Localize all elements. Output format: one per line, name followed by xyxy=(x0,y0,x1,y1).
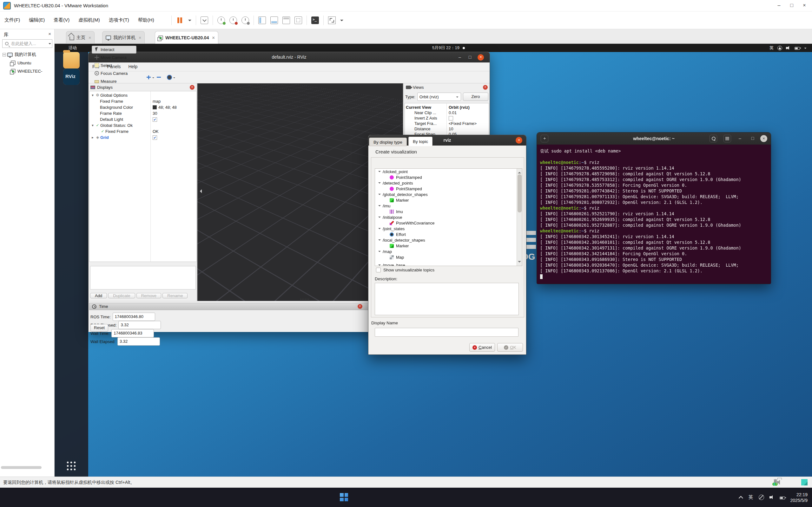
library-search-input[interactable]: 在此处键入... xyxy=(2,39,52,48)
vertical-scrollbar[interactable] xyxy=(517,169,522,266)
close-button[interactable]: × xyxy=(477,54,484,61)
show-thumbnails-icon[interactable] xyxy=(270,16,278,24)
topic-row[interactable]: /detected_points xyxy=(375,180,522,186)
topic-row[interactable]: /global_detector_shapes xyxy=(375,191,522,197)
topic-row[interactable]: /imu xyxy=(375,203,522,209)
fullscreen-icon[interactable] xyxy=(295,16,302,24)
topic-row[interactable]: /joint_states xyxy=(375,226,522,231)
revert-snapshot-icon[interactable] xyxy=(230,16,237,24)
expander-icon[interactable] xyxy=(378,205,381,208)
expander-icon[interactable] xyxy=(378,171,381,173)
taskbar-clock[interactable]: 22:19 2025/5/9 xyxy=(791,492,808,503)
vm-tree-item[interactable]: WHEELTEC- xyxy=(0,67,54,75)
menu-item[interactable]: 编辑(E) xyxy=(24,11,49,29)
time-field-input[interactable]: 1746800346.80 xyxy=(113,313,155,321)
menu-item[interactable]: 虚拟机(M) xyxy=(74,11,104,29)
tool-button[interactable]: Move Camera xyxy=(92,54,137,61)
tab-close-icon[interactable]: × xyxy=(89,35,91,40)
time-field-input[interactable]: 3.32 xyxy=(118,321,161,329)
display-action-button[interactable]: Duplicate xyxy=(108,293,135,298)
rviz-titlebar[interactable]: default.rviz - RViz – □ × xyxy=(89,52,490,62)
hamburger-menu-icon[interactable] xyxy=(723,135,731,143)
scrollbar-thumb[interactable] xyxy=(517,174,522,213)
taskbar-app-button[interactable] xyxy=(336,490,352,505)
panel-close-icon[interactable]: × xyxy=(190,85,195,90)
tool-button[interactable]: Select xyxy=(92,61,137,69)
topic-type-row[interactable]: PointStamped xyxy=(375,186,522,191)
topic-row[interactable]: /initialpose xyxy=(375,214,522,220)
cancel-button[interactable]: ✕ Cancel xyxy=(469,343,495,352)
horizontal-scrollbar[interactable] xyxy=(1,466,42,469)
show-applications-icon[interactable] xyxy=(67,461,76,471)
unity-console-icon[interactable] xyxy=(311,16,319,24)
topic-row[interactable]: /move_base xyxy=(375,262,517,266)
ok-button[interactable]: ✓ OK xyxy=(497,343,523,352)
checkbox[interactable] xyxy=(449,116,453,120)
views-panel-header[interactable]: Views × xyxy=(404,83,490,91)
panel-collapse-icon[interactable] xyxy=(198,189,202,193)
manage-snapshots-icon[interactable] xyxy=(242,16,249,24)
minimize-button[interactable]: – xyxy=(773,0,785,11)
expander-icon[interactable] xyxy=(378,265,381,266)
take-snapshot-icon[interactable] xyxy=(217,16,225,24)
tab-close-icon[interactable]: × xyxy=(139,35,141,40)
network-globe-icon[interactable] xyxy=(759,495,764,500)
dock-icon[interactable] xyxy=(63,52,80,68)
clock-menu[interactable]: 5月9日 22：19 xyxy=(432,44,465,52)
tab-wheeltec-vm[interactable]: WHEELTEC-UB20.04 × xyxy=(155,31,218,44)
display-action-button[interactable]: Rename xyxy=(162,293,188,298)
panel-close-icon[interactable]: × xyxy=(483,85,488,90)
checkbox[interactable] xyxy=(153,135,157,140)
expander-icon[interactable] xyxy=(378,217,381,219)
maximize-button[interactable]: □ xyxy=(785,0,798,11)
property-row[interactable]: Distance 10 xyxy=(405,126,489,131)
display-action-button[interactable]: Remove xyxy=(137,293,161,298)
display-action-button[interactable]: Add xyxy=(90,293,107,298)
description-textarea[interactable] xyxy=(375,283,519,315)
property-row[interactable]: Invert Z Axis xyxy=(405,115,489,121)
menu-item[interactable]: 选项卡(T) xyxy=(104,11,134,29)
topic-type-row[interactable]: Map xyxy=(375,254,522,260)
view-type-select[interactable]: Orbit (rviz) xyxy=(417,93,461,101)
topic-type-row[interactable]: PoseWithCovariance xyxy=(375,220,522,226)
volume-icon[interactable] xyxy=(769,495,774,500)
property-row[interactable]: Global Status: Ok xyxy=(90,122,196,128)
system-tray[interactable]: 英 xyxy=(769,44,807,52)
taskbar-app-button[interactable] xyxy=(336,505,352,507)
property-row[interactable]: Global Options xyxy=(90,92,196,98)
menu-item[interactable]: 查看(V) xyxy=(49,11,74,29)
caret-down-icon[interactable] xyxy=(173,77,175,79)
expander-icon[interactable] xyxy=(378,251,381,253)
device-icon[interactable] xyxy=(776,479,777,485)
tab-home[interactable]: 主页 × xyxy=(66,31,95,44)
tab-by-topic[interactable]: By topic xyxy=(408,137,433,146)
reset-button[interactable]: Reset xyxy=(91,324,108,332)
expander-icon[interactable] xyxy=(378,182,381,185)
tool-button[interactable]: Focus Camera xyxy=(92,69,137,77)
caret-down-icon[interactable] xyxy=(188,20,191,23)
hidden-icons-chevron[interactable] xyxy=(739,496,743,500)
minimize-button[interactable]: – xyxy=(736,135,744,143)
vm-tree-item[interactable]: 我的计算机 xyxy=(0,51,54,58)
expander-icon[interactable] xyxy=(3,53,6,56)
zoom-out-icon[interactable] xyxy=(156,75,161,80)
caret-down-icon[interactable] xyxy=(49,43,51,46)
tab-my-computer[interactable]: 我的计算机 × xyxy=(102,31,145,44)
displays-panel-header[interactable]: Displays × xyxy=(89,83,196,91)
topic-type-row[interactable]: Imu xyxy=(375,209,522,214)
scroll-down-icon[interactable] xyxy=(518,261,521,264)
topic-tree[interactable]: /clicked_point PointStamped /detected_po… xyxy=(375,168,522,266)
tool-button[interactable]: Interact xyxy=(92,46,137,54)
expander-icon[interactable] xyxy=(378,228,381,230)
property-row[interactable]: Fixed Frame map xyxy=(90,98,196,104)
time-field-input[interactable]: 3.32 xyxy=(117,337,160,346)
property-row[interactable]: Default Light xyxy=(90,116,196,122)
show-unvisualizable-checkbox[interactable] xyxy=(376,268,381,272)
topic-row[interactable]: /local_detector_shapes xyxy=(375,237,522,243)
vm-console-screen[interactable]: OG 活动 R rviz 5月9日 22：19 英 xyxy=(55,44,812,476)
topic-type-row[interactable]: PointStamped xyxy=(375,174,522,180)
close-button[interactable]: × xyxy=(760,135,767,142)
scroll-up-icon[interactable] xyxy=(518,170,521,173)
topic-row[interactable]: /map xyxy=(375,248,522,254)
topic-type-row[interactable]: Effort xyxy=(375,231,522,237)
